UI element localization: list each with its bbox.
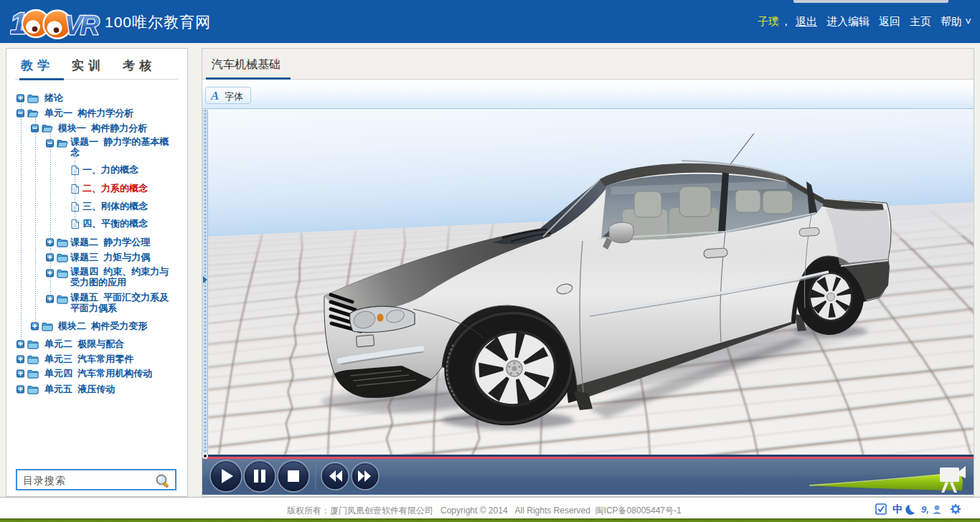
svg-text:9,: 9, — [921, 504, 929, 515]
svg-text:VR: VR — [65, 11, 100, 40]
svg-text:中: 中 — [892, 503, 903, 515]
